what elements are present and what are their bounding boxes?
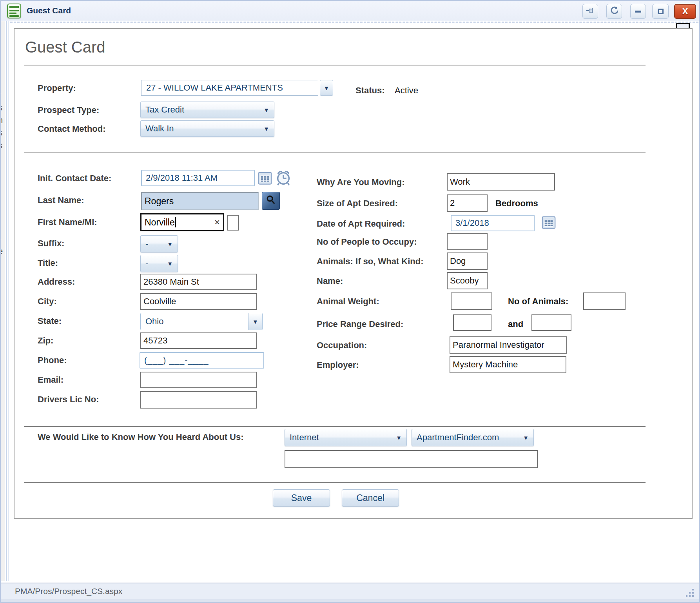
property-dropdown-button[interactable]: ▼ [320,80,333,96]
bedrooms-label: Bedrooms [495,198,538,209]
first-name-input[interactable]: Norville × [140,213,224,231]
last-name-label: Last Name: [38,195,84,205]
calendar-icon[interactable] [258,171,272,186]
first-name-value: Norville [145,217,175,228]
property-select[interactable]: 27 - WILLOW LAKE APARTMENTS [141,80,318,96]
occupants-input[interactable] [447,233,488,250]
price-min-input[interactable] [453,314,491,331]
heard-other-input[interactable] [285,450,538,468]
animal-kind-input[interactable] [447,252,488,270]
minimize-button[interactable] [630,4,646,19]
init-contact-date-input[interactable] [141,170,255,186]
email-input[interactable] [140,372,257,388]
property-label: Property: [38,83,76,93]
refresh-button[interactable] [606,4,622,19]
window-frame [1,599,699,602]
employer-input[interactable] [450,356,566,373]
city-label: City: [38,296,57,307]
divider [24,482,646,483]
heard-about-label: We Would Like to Know How You Heard Abou… [38,432,244,442]
chevron-down-icon: ▼ [167,260,173,267]
text-caret [175,217,176,227]
pin-icon [586,6,595,17]
heard-source-value: Internet [290,432,319,443]
frame-divider-inner [8,21,9,581]
suffix-value: - [145,239,148,249]
window-edge-dashes [10,22,698,23]
pin-button[interactable] [582,4,598,19]
drivers-lic-input[interactable] [140,391,257,409]
occupation-input[interactable] [450,336,567,354]
first-name-label: First Name/MI: [38,217,97,227]
minimize-icon [635,11,641,13]
background-page-bleed: r s n s s r e - [1,21,5,581]
heard-detail-value: ApartmentFinder.com [417,432,499,443]
apt-date-label: Date of Apt Required: [317,219,405,229]
calendar-icon[interactable] [542,216,556,231]
zip-input[interactable] [140,332,257,349]
cancel-button[interactable]: Cancel [342,489,399,507]
employer-label: Employer: [317,360,359,370]
address-input[interactable] [140,274,257,290]
animal-count-input[interactable] [583,292,626,310]
close-button[interactable]: X [674,4,696,19]
apt-size-input[interactable] [447,194,488,212]
why-moving-label: Why Are You Moving: [317,177,404,187]
animal-count-label: No of Animals: [508,296,568,307]
apt-date-input[interactable] [451,215,535,231]
price-max-input[interactable] [531,314,571,331]
contact-method-value: Walk In [145,124,174,134]
init-contact-date-label: Init. Contact Date: [38,173,111,183]
property-value: 27 - WILLOW LAKE APARTMENTS [146,83,283,93]
clock-icon[interactable] [275,169,292,188]
phone-input[interactable] [140,352,264,369]
prospect-type-select[interactable]: Tax Credit ▼ [140,102,274,118]
animal-kind-label: Animals: If so, What Kind: [317,256,424,267]
apt-size-label: Size of Apt Desired: [317,198,398,209]
divider [24,152,646,153]
divider [24,426,646,427]
state-select[interactable]: Ohio ▼ [140,313,263,330]
chevron-down-icon: ▼ [263,107,269,113]
chevron-down-icon: ▼ [263,125,269,132]
chevron-down-icon: ▼ [396,434,402,441]
animal-name-input[interactable] [447,272,488,289]
heard-detail-select[interactable]: ApartmentFinder.com ▼ [412,429,534,446]
zip-label: Zip: [38,336,53,346]
status-value: Active [395,85,418,96]
chevron-down-icon: ▼ [523,434,529,441]
frame-divider [6,21,7,581]
maximize-button[interactable] [652,4,669,19]
search-button[interactable] [262,192,280,210]
occupants-label: No of People to Occupy: [317,237,417,247]
chevron-down-icon: ▼ [248,313,262,330]
title-select[interactable]: - ▼ [140,255,178,272]
animal-name-label: Name: [317,276,343,286]
save-button[interactable]: Save [273,489,330,507]
drivers-lic-label: Drivers Lic No: [38,394,99,405]
email-label: Email: [38,375,63,385]
page-title: Guest Card [25,38,105,56]
animal-weight-label: Animal Weight: [317,296,379,307]
title-label: Title: [38,258,58,268]
contact-method-label: Contact Method: [38,124,106,134]
status-label: Status: [355,85,385,96]
prospect-type-label: Prospect Type: [38,105,99,115]
animal-weight-input[interactable] [451,292,492,310]
suffix-label: Suffix: [38,238,64,249]
close-icon: X [682,6,688,16]
clear-icon[interactable]: × [214,217,220,228]
divider [24,65,646,65]
suffix-select[interactable]: - ▼ [140,235,178,252]
last-name-input[interactable] [141,192,259,210]
why-moving-input[interactable] [447,173,555,191]
state-value: Ohio [145,316,163,327]
resize-grip[interactable] [685,588,694,597]
city-input[interactable] [140,293,257,310]
state-label: State: [38,316,62,326]
contact-method-select[interactable]: Walk In ▼ [140,120,274,137]
chevron-down-icon: ▼ [324,85,330,91]
middle-initial-input[interactable] [227,215,239,231]
heard-source-select[interactable]: Internet ▼ [285,429,407,446]
search-icon [265,194,276,207]
